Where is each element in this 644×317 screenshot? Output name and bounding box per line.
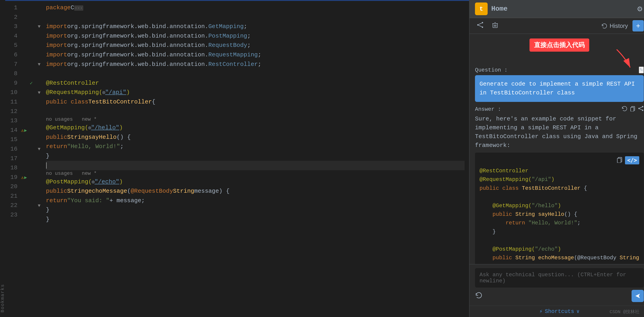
code-line-rest-10: @PostMapping("/echo") [480,245,639,254]
send-button[interactable] [632,290,644,302]
add-conversation-button[interactable]: + [632,20,644,32]
gutter-7: ▼ [21,60,42,69]
code-block: </> @RestController @RequestMapping("/ap… [475,153,644,264]
svg-point-2 [482,27,483,28]
check-icon-9: ✓ [30,80,32,86]
left-sidebar: Bookmarks [0,0,5,317]
gutter-1 [21,3,42,13]
code-line-6: import org.springframework.web.bind.anno… [46,50,464,60]
line-num-13: 13 [5,116,18,126]
shortcuts-chevron-icon: ∨ [576,308,579,314]
package-name: C··· [70,3,83,13]
code-content: @RestController @RequestMapping("/api") … [480,167,639,264]
code-line-20: public String echoMessage ( @RequestBody… [46,187,464,196]
code-line-10: @RequestMapping(◎"/api") [46,88,464,97]
code-line-3: import org.springframework.web.bind.anno… [46,22,464,32]
svg-line-4 [478,25,482,27]
line-num-15: 15 [5,135,18,144]
line-num-22: 22 [5,201,18,210]
gutter-15 [21,135,42,144]
code-line-rest-11: public String echoMessage(@RequestBody S… [480,254,639,264]
tooltip-area: 直接点击插入代码 [475,39,644,52]
code-line-19: @PostMapping(◎"/echo") [46,177,464,187]
svg-point-1 [482,22,483,23]
question-box: Generate code to implement a simple REST… [475,75,644,102]
line-num-17: 17 [5,154,18,163]
code-line-rest-7: return "Hello, World!"; [480,219,639,227]
question-label: Question : [475,67,508,73]
line-num-5: 5 [5,41,18,50]
share-answer-button[interactable] [638,106,644,113]
line-num-21: 21 [5,192,18,201]
gutter-23 [21,210,42,220]
code-line-8 [46,69,464,79]
code-line-5: import org.springframework.web.bind.anno… [46,41,464,50]
shortcuts-icon: ⚡ [539,308,542,315]
run-icon-14[interactable]: ▶ [24,128,27,133]
gutter-13 [21,116,42,126]
watermark: CSDN @技林社 [610,309,640,315]
gutter-icons: ▼ ▼ ✓ ▼ [21,1,42,317]
code-line-15: return "Hello, World!" ; [46,142,464,151]
line-num-10: 10 [5,88,18,97]
gutter-17 [21,154,42,163]
svg-line-17 [640,107,642,108]
fold-icon-3[interactable]: ▼ [38,24,40,29]
line-num-12: 12 [5,107,18,116]
ai-body: 直接点击插入代码 Question : ✎ [470,34,644,264]
gutter-10: ▼ [21,88,42,97]
answer-text: Sure, here's an example code snippet for… [475,115,644,150]
fold-icon-16[interactable]: ▼ [38,147,40,152]
code-line-rest-8: } [480,228,639,236]
gutter-14: ⚠ ▶ [21,126,42,135]
fold-icon-7[interactable]: ▼ [38,62,40,67]
warning-icon-14: ⚠ [21,128,24,133]
refresh-answer-button[interactable] [622,106,628,113]
svg-point-16 [642,110,643,111]
gutter-8 [21,69,42,79]
fold-icon-10[interactable]: ▼ [38,90,40,95]
line-num-1: 1 [5,3,18,13]
copy-answer-button[interactable] [630,106,636,113]
code-area[interactable]: package C··· import org.springframework.… [42,1,469,317]
line-num-6: 6 [5,50,18,60]
code-line-12 [46,107,464,116]
copy-code-button[interactable] [616,156,623,164]
settings-button[interactable]: ⚙ [636,4,644,14]
code-line-13: no usages new * @GetMapping(◎"/hello") [46,116,464,132]
code-line-17[interactable] [46,161,464,170]
input-placeholder: Ask any technical question... (CTRL+Ente… [480,272,626,284]
history-button[interactable]: History [601,23,628,30]
code-line-rest-3: public class TestBitoController { [480,184,639,193]
fold-icon-22[interactable]: ▼ [38,203,40,208]
gutter-18 [21,163,42,173]
question-label-row: Question : ✎ [475,67,644,73]
code-line-rest-5: @GetMapping("/hello") [480,201,639,210]
input-toolbar [475,290,644,302]
line-num-4: 4 [5,32,18,41]
edit-question-button[interactable]: ✎ [639,67,644,73]
gutter-22: ▼ [21,201,42,210]
ai-header-icons: ⚙ [636,4,644,14]
reset-button[interactable] [475,291,483,301]
ai-logo: t [475,3,488,15]
run-icon-19[interactable]: ▶ [24,175,27,180]
editor-content: 1 2 3 4 5 6 7 8 9 10 11 12 13 14 15 16 1… [5,0,469,317]
code-line-2 [46,13,464,22]
line-num-2: 2 [5,13,18,22]
code-line-11: public class TestBitoController { [46,97,464,107]
code-line-14: public String sayHello () { [46,133,464,142]
answer-label-row: Answer : [475,106,644,113]
code-line-rest-9 [480,236,639,245]
answer-action-icons [622,106,644,113]
code-line-21: return "You said: " + message; [46,196,464,206]
answer-section: Answer : [475,106,644,264]
code-line-18: no usages new * [46,170,464,177]
gutter-11 [21,97,42,107]
share-button[interactable] [475,21,486,31]
line-num-11: 11 [5,97,18,107]
delete-button[interactable] [490,21,500,31]
shortcuts-bar: ⚡ Shortcuts ∨ CSDN @技林社 [470,306,644,317]
insert-code-button[interactable]: </> [625,156,639,164]
question-input[interactable]: Ask any technical question... (CTRL+Ente… [475,268,644,287]
